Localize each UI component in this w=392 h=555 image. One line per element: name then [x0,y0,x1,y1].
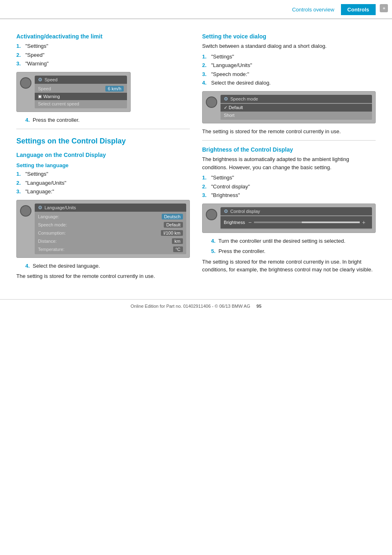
lang-step-1: 1. "Settings" [16,170,190,178]
lang-row-3: Distance: km [35,237,186,245]
lang-step-2: 2. "Language/Units" [16,179,190,187]
lang-note: The setting is stored for the remote con… [16,272,190,280]
steps-language: 1. "Settings" 2. "Language/Units" 3. "La… [16,170,190,196]
speech-screen: ⚙ Speech mode ✓ Default Short [220,95,372,120]
bright-screen: ⚙ Control display Brightness − [220,207,372,229]
lang-title-bar: ⚙ Language/Units [35,204,186,212]
steps-brightness: 1. "Settings" 2. "Control display" 3. "B… [202,174,376,199]
brightness-note: The setting is stored for the remote con… [202,258,376,274]
voice-dialog-heading: Setting the voice dialog [202,33,376,40]
right-column: Setting the voice dialog Switch between … [202,27,376,283]
voice-step-3: 3. "Speech mode:" [202,70,376,78]
voice-note: The setting is stored for the remote con… [202,128,376,136]
voice-step-2: 2. "Language/Units" [202,61,376,69]
lang-row-0: Language: Deutsch [35,213,186,221]
left-column: Activating/deactivating the limit 1. "Se… [16,27,190,283]
speech-screenshot: ⚙ Speech mode ✓ Default Short [202,91,376,123]
step-1: 1. "Settings" [16,42,190,50]
voice-step-4: 4. Select the desired dialog. [202,79,376,87]
lang-row-4: Temperature: °C [35,245,186,253]
nav-controls-overview[interactable]: Controls overview [285,4,341,15]
bright-row: Brightness − + [220,216,372,228]
section-settings-control: Settings on the Control Display Language… [16,137,190,280]
speed-screenshot: ⚙ Speed Speed 6 km/h ▣ Warning [16,72,131,112]
section-brightness: Brightness of the Control Display The br… [202,146,376,274]
language-screenshot: ⚙ Language/Units Language: Deutsch Speec… [16,200,190,258]
steps-voice: 1. "Settings" 2. "Language/Units" 3. "Sp… [202,53,376,87]
brightness-fill [254,222,301,223]
step-3: 3. "Warning" [16,60,190,68]
bright-title-bar: ⚙ Control display [220,207,372,215]
brightness-intro: The brightness is automatically adapted … [202,155,376,171]
controller-knob [20,77,31,89]
bright-knob [206,209,217,220]
speech-knob [206,96,217,108]
main-content: Activating/deactivating the limit 1. "Se… [0,19,392,291]
header-bar: Controls overview Controls [0,0,392,19]
steps-activating: 1. "Settings" 2. "Speed" 3. "Warning" [16,42,190,68]
footer: Online Edition for Part no. 01402911406 … [0,299,392,313]
bright-step-3: 3. "Brightness" [202,191,376,199]
page-container: Controls overview Controls Activating/de… [0,0,392,555]
speed-row-select: Select current speed [35,100,127,107]
section-language-heading: Language on the Control Display [16,152,190,158]
step-2: 2. "Speed" [16,51,190,59]
lang-step4: 4. Select the desired language. [16,262,190,270]
bright-step4: 4. Turn the controller until the desired… [202,237,376,245]
lang-row-2: Consumption: l/100 km [35,229,186,237]
section-activating-heading: Activating/deactivating the limit [16,33,190,40]
section-voice-dialog: Setting the voice dialog Switch between … [202,33,376,135]
nav-controls-active[interactable]: Controls [341,4,376,15]
speech-rows: ✓ Default Short [220,103,372,120]
section-settings-heading: Settings on the Control Display [16,137,190,146]
bright-rows: Brightness − + [220,215,372,229]
speech-row-short: Short [220,112,372,119]
brightness-bar [254,222,360,223]
divider-1 [16,129,190,129]
speed-title-bar: ⚙ Speed [35,76,127,84]
footer-text: Online Edition for Part no. 01402911406 … [131,304,250,309]
lang-row-1: Speech mode: Default [35,221,186,229]
voice-step-1: 1. "Settings" [202,53,376,61]
section-set-lang-heading: Setting the language [16,162,190,168]
bright-icon: ☀ [380,4,388,12]
lang-screen: ⚙ Language/Units Language: Deutsch Speec… [35,204,186,254]
lang-rows: Language: Deutsch Speech mode: Default C… [35,212,186,254]
speed-screen: ⚙ Speed Speed 6 km/h ▣ Warning [35,76,127,108]
speed-row-speed: Speed 6 km/h [35,85,127,93]
section-activating: Activating/deactivating the limit 1. "Se… [16,33,190,124]
bright-step-2: 2. "Control display" [202,183,376,191]
step4-activating: 4. Press the controller. [16,116,190,124]
header-nav: Controls overview Controls [285,4,376,15]
speed-row-warning: ▣ Warning [35,93,127,100]
lang-step-3: 3. "Language:" [16,188,190,196]
divider-right [202,140,376,141]
speech-row-default: ✓ Default [220,104,372,112]
page-number: 95 [256,304,261,309]
bright-step-1: 1. "Settings" [202,174,376,182]
speech-title-bar: ⚙ Speech mode [220,95,372,103]
lang-knob [20,205,31,217]
speed-rows: Speed 6 km/h ▣ Warning Select current [35,84,127,108]
brightness-heading: Brightness of the Control Display [202,146,376,153]
bright-step5: 5. Press the controller. [202,247,376,255]
voice-dialog-intro: Switch between a standard dialog and a s… [202,42,376,50]
brightness-screenshot: ⚙ Control display Brightness − [202,204,376,233]
